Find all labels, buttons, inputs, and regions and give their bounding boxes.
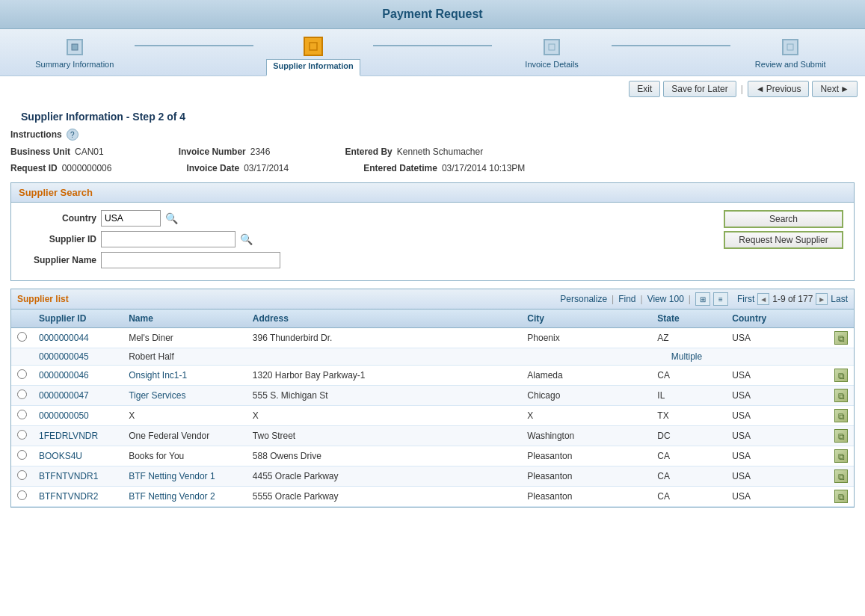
supplier-state-cell: AZ: [651, 328, 726, 348]
supplier-radio[interactable]: [17, 450, 27, 460]
supplier-name-link[interactable]: BTF Netting Vendor 1: [129, 471, 215, 481]
list-icon[interactable]: ≡: [713, 292, 728, 306]
supplier-id-link[interactable]: 0000000045: [39, 351, 89, 362]
step-label-invoice[interactable]: Invoice Details: [519, 58, 585, 73]
supplier-id-link[interactable]: 0000000044: [39, 333, 89, 343]
supplier-address-cell: 5555 Oracle Parkway: [247, 487, 522, 507]
supplier-radio[interactable]: [17, 332, 27, 342]
wizard-step-summary[interactable]: Summary Information: [15, 39, 135, 73]
supplier-state-cell: TX: [651, 406, 726, 426]
search-button[interactable]: Search: [724, 210, 843, 228]
supplier-id-cell: 0000000047: [33, 386, 123, 406]
supplier-id-link[interactable]: BOOKS4U: [39, 451, 82, 461]
supplier-city-cell: X: [521, 406, 651, 426]
supplier-radio[interactable]: [17, 490, 27, 500]
th-supplier-id: Supplier ID: [33, 309, 123, 328]
supplier-address-cell: 555 S. Michigan St: [247, 386, 522, 406]
request-new-supplier-button[interactable]: Request New Supplier: [724, 231, 843, 249]
instructions-row: Instructions ?: [10, 127, 855, 142]
copy-icon[interactable]: [834, 469, 848, 483]
supplier-id-link[interactable]: BTFNTVNDR2: [39, 491, 98, 502]
previous-button[interactable]: ◄ Previous: [748, 81, 810, 97]
last-link[interactable]: Last: [831, 294, 848, 304]
personalize-link[interactable]: Personalize: [560, 294, 607, 304]
copy-icon[interactable]: [834, 369, 848, 382]
supplier-name-cell: Tiger Services: [123, 386, 247, 406]
supplier-state-cell: CA: [651, 366, 726, 386]
copy-icon[interactable]: [834, 409, 848, 422]
supplier-city-cell: Phoenix: [521, 328, 651, 348]
supplier-id-lookup-icon[interactable]: 🔍: [240, 233, 253, 245]
copy-icon[interactable]: [834, 389, 848, 402]
wizard-step-review[interactable]: Review and Submit: [730, 39, 850, 73]
copy-icon[interactable]: [834, 331, 848, 345]
step-label-supplier[interactable]: Supplier Information: [266, 59, 360, 76]
supplier-radio[interactable]: [17, 470, 27, 480]
supplier-search-title: Supplier Search: [11, 183, 854, 203]
next-page-icon[interactable]: ►: [816, 293, 828, 305]
country-lookup-icon[interactable]: 🔍: [165, 212, 178, 224]
wizard-connector-3: [612, 45, 731, 46]
supplier-city-cell: Alameda: [521, 366, 651, 386]
find-link[interactable]: Find: [618, 294, 635, 304]
supplier-city-cell: Pleasanton: [521, 487, 651, 507]
radio-cell: [11, 386, 33, 406]
business-unit-row: Business Unit CAN01 Invoice Number 2346 …: [10, 145, 855, 158]
supplier-name-link[interactable]: Onsight Inc1-1: [129, 370, 187, 381]
table-row: 1FEDRLVNDROne Federal VendorTwo StreetWa…: [11, 426, 854, 446]
supplier-radio[interactable]: [17, 430, 27, 440]
supplier-name-link[interactable]: Tiger Services: [129, 390, 185, 401]
supplier-id-input[interactable]: [101, 231, 236, 247]
country-input[interactable]: [101, 210, 161, 227]
supplier-radio[interactable]: [17, 410, 27, 419]
wizard-connector-2: [373, 45, 493, 46]
supplier-name-input[interactable]: [101, 252, 280, 268]
radio-cell: [11, 446, 33, 466]
action-toolbar: Exit Save for Later | ◄ Previous Next ►: [0, 76, 865, 102]
th-address: Address: [247, 309, 522, 328]
supplier-city-cell: Pleasanton: [521, 446, 651, 466]
supplier-name-cell: Mel's Diner: [123, 328, 247, 348]
supplier-id-link[interactable]: 0000000046: [39, 370, 89, 381]
supplier-name-row: Supplier Name: [22, 252, 280, 268]
step-label-summary[interactable]: Summary Information: [29, 58, 120, 73]
supplier-id-cell: 1FEDRLVNDR: [33, 426, 123, 446]
help-icon[interactable]: ?: [67, 129, 79, 141]
view100-link[interactable]: View 100: [647, 294, 684, 304]
first-link[interactable]: First: [737, 294, 754, 304]
multiple-addresses-link[interactable]: Multiple: [671, 351, 702, 362]
copy-icon[interactable]: [834, 449, 848, 463]
table-row: BTFNTVNDR2BTF Netting Vendor 25555 Oracl…: [11, 487, 854, 507]
next-button[interactable]: Next ►: [812, 81, 858, 97]
supplier-id-link[interactable]: 1FEDRLVNDR: [39, 431, 98, 441]
radio-cell: [11, 466, 33, 487]
next-arrow-icon: ►: [840, 84, 849, 94]
wizard-step-invoice[interactable]: Invoice Details: [492, 39, 612, 73]
copy-icon[interactable]: [834, 429, 848, 443]
invoice-number-value: 2346: [250, 147, 271, 157]
copy-icon[interactable]: [834, 490, 848, 503]
supplier-id-link[interactable]: BTFNTVNDR1: [39, 471, 98, 481]
supplier-id-cell: 0000000046: [33, 366, 123, 386]
main-content: Supplier Information - Step 2 of 4 Instr…: [0, 102, 865, 518]
supplier-id-link[interactable]: 0000000047: [39, 390, 89, 401]
section-title: Supplier Information: [21, 111, 123, 123]
save-for-later-button[interactable]: Save for Later: [663, 81, 736, 97]
supplier-copy-cell: [828, 466, 854, 487]
country-row: Country 🔍: [22, 210, 280, 227]
supplier-address-cell: 588 Owens Drive: [247, 446, 522, 466]
invoice-number-label: Invoice Number: [179, 147, 246, 157]
supplier-radio[interactable]: [17, 389, 27, 399]
prev-page-icon[interactable]: ◄: [757, 293, 769, 305]
supplier-id-link[interactable]: 0000000050: [39, 410, 89, 421]
step-icon-invoice: [544, 39, 560, 55]
supplier-copy-cell: [828, 366, 854, 386]
wizard-step-supplier[interactable]: Supplier Information: [253, 37, 373, 76]
grid-icon[interactable]: ⊞: [695, 292, 710, 306]
exit-button[interactable]: Exit: [629, 81, 660, 97]
supplier-radio[interactable]: [17, 369, 27, 379]
supplier-address-cell: 4455 Oracle Parkway: [247, 466, 522, 487]
supplier-name-cell: BTF Netting Vendor 1: [123, 466, 247, 487]
supplier-name-link[interactable]: BTF Netting Vendor 2: [129, 491, 215, 502]
step-label-review[interactable]: Review and Submit: [749, 58, 832, 73]
